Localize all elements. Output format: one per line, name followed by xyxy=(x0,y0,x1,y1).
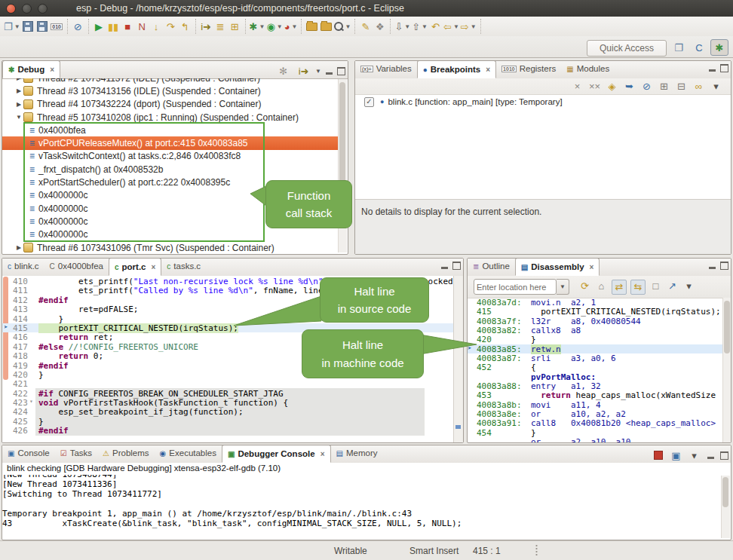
open-perspective-button[interactable]: ❐ xyxy=(670,39,688,56)
pin-view-icon[interactable]: ↗ xyxy=(666,280,679,293)
instruction-stepping-mode-icon[interactable]: i➜ xyxy=(200,20,213,33)
suspend-icon[interactable]: ▮▮ xyxy=(107,20,120,33)
open-resource-icon[interactable] xyxy=(320,20,333,33)
forward-icon[interactable]: ⇨▼ xyxy=(461,20,477,33)
dropdown-arrow-icon[interactable]: ▼ xyxy=(422,23,428,30)
skip-all-breakpoints-icon[interactable]: ⊘ xyxy=(72,20,84,33)
view-menu-icon[interactable]: ▼ xyxy=(315,68,321,75)
statusbar-drag-handle[interactable] xyxy=(535,544,538,556)
track-expression-icon[interactable]: ⇄ xyxy=(612,280,627,295)
next-annotation-icon[interactable]: ⇩▼ xyxy=(394,20,410,33)
thread-row[interactable]: ▼Thread #5 1073410208 (ipc1 : Running) (… xyxy=(2,111,339,124)
toggle-mark-occurrences-icon[interactable]: ✎ xyxy=(359,20,372,33)
tab-executables[interactable]: ◉Executables xyxy=(155,445,222,461)
tab-blink-c[interactable]: cblink.c xyxy=(2,258,44,274)
instruction-stepping-icon[interactable]: i➜ xyxy=(297,64,310,78)
thread-row[interactable]: ▶Thread #2 1073411372 (IDLE) (Suspended … xyxy=(2,78,339,84)
tab-tasks-c[interactable]: ctasks.c xyxy=(161,258,206,274)
stack-frame-row[interactable]: ≡0x4000bfea xyxy=(2,124,339,136)
ruler-annotation-mark[interactable] xyxy=(455,425,461,429)
display-selected-console-icon[interactable]: ▣ xyxy=(670,448,682,462)
console-scrollbar[interactable] xyxy=(721,476,730,538)
expand-icon[interactable]: ▶ xyxy=(14,244,23,251)
tab-problems[interactable]: ⚠Problems xyxy=(97,445,155,461)
window-maximize-button[interactable] xyxy=(38,4,48,14)
remove-all-breakpoints-icon[interactable]: ×× xyxy=(588,80,601,93)
location-dropdown-icon[interactable]: ▼ xyxy=(557,279,569,295)
stack-frame-row[interactable]: ≡vTaskSwitchContext() at tasks.c:2,846 0… xyxy=(2,150,339,163)
tab-debug[interactable]: ✱Debug× xyxy=(2,60,60,78)
expand-icon[interactable]: ▶ xyxy=(14,101,23,108)
dropdown-arrow-icon[interactable]: ▼ xyxy=(453,23,459,30)
disassembly-scrollbar[interactable] xyxy=(722,298,731,442)
stack-frame-row[interactable]: ≡0x4000000c xyxy=(2,228,339,241)
show-breakpoints-supported-icon[interactable]: ◈ xyxy=(606,80,618,93)
overview-ruler[interactable] xyxy=(453,276,463,442)
search-icon[interactable]: ▼ xyxy=(334,20,351,33)
maximize-icon[interactable] xyxy=(720,64,728,72)
tab-modules[interactable]: ▦Modules xyxy=(561,60,615,77)
collapse-all-icon[interactable]: ⊟ xyxy=(675,80,688,93)
window-minimize-button[interactable] xyxy=(22,4,32,14)
tab-outline[interactable]: ≣Outline xyxy=(468,258,515,274)
debug-icon[interactable]: ✱▼ xyxy=(250,20,265,33)
home-icon[interactable]: ⌂ xyxy=(595,280,608,293)
breakpoint-entry[interactable]: ✓ ● blink.c [function: app_main] [type: … xyxy=(355,96,563,108)
maximize-icon[interactable] xyxy=(720,451,728,460)
open-new-view-icon[interactable]: □ xyxy=(649,280,662,293)
console-output[interactable]: [New Thread 1073468744][New Thread 10734… xyxy=(2,475,722,539)
remove-selected-breakpoints-icon[interactable]: × xyxy=(571,80,584,93)
fold-marker-icon[interactable]: ▾ xyxy=(29,398,33,405)
resume-icon[interactable]: ▶ xyxy=(93,20,106,33)
step-into-icon[interactable]: ↓ xyxy=(150,20,163,33)
dropdown-arrow-icon[interactable]: ▼ xyxy=(345,23,351,30)
expand-icon[interactable]: ▶ xyxy=(14,87,23,94)
step-over-icon[interactable]: ↷ xyxy=(164,20,177,33)
tab-port-c[interactable]: cport.c× xyxy=(109,258,161,276)
dropdown-arrow-icon[interactable]: ▼ xyxy=(14,23,20,30)
annotations-icon[interactable]: ❖ xyxy=(373,20,386,33)
tab-registers[interactable]: 1010Registers xyxy=(496,60,561,77)
use-step-filters-icon[interactable]: ⊞ xyxy=(228,20,241,33)
dropdown-arrow-icon[interactable]: ▼ xyxy=(277,23,283,30)
stack-frame-row[interactable]: ≡_frxt_dispatch() at 0x4008532b xyxy=(2,163,339,176)
step-return-icon[interactable]: ↰ xyxy=(179,20,192,33)
binary-view-icon[interactable]: 010 xyxy=(51,20,63,33)
tab-close-icon[interactable]: × xyxy=(486,66,490,74)
link-with-debug-view-icon[interactable]: ∞ xyxy=(692,80,705,93)
sync-with-active-context-icon[interactable]: ⇆ xyxy=(630,280,646,295)
go-to-file-for-breakpoint-icon[interactable]: ➥ xyxy=(623,80,636,93)
tab-breakpoints[interactable]: ●Breakpoints× xyxy=(417,60,496,78)
tab-console[interactable]: ▣Console xyxy=(2,445,55,461)
last-edit-location-icon[interactable]: ↶ xyxy=(429,20,442,33)
save-icon[interactable] xyxy=(22,20,35,33)
window-close-button[interactable] xyxy=(6,4,16,14)
show-debug-elements-icon[interactable]: ≣ xyxy=(214,20,227,33)
console-menu-icon[interactable]: ▾ xyxy=(688,448,701,462)
tab-close-icon[interactable]: × xyxy=(320,450,325,458)
minimize-icon[interactable] xyxy=(707,457,714,459)
disconnect-icon[interactable]: N xyxy=(136,20,149,33)
expand-all-icon[interactable]: ⊞ xyxy=(658,80,670,93)
collapse-icon[interactable]: ▼ xyxy=(14,114,23,121)
maximize-icon[interactable] xyxy=(337,67,345,75)
remove-all-terminated-icon[interactable]: ✻ xyxy=(277,64,290,78)
terminate-icon[interactable]: ■ xyxy=(121,20,134,33)
debug-perspective-button[interactable]: ✱ xyxy=(710,39,728,56)
dropdown-arrow-icon[interactable]: ▼ xyxy=(259,23,265,30)
thread-row[interactable]: ▶Thread #3 1073413156 (IDLE) (Suspended … xyxy=(2,84,339,97)
tab-close-icon[interactable]: × xyxy=(50,66,54,74)
thread-row[interactable]: ▶Thread #4 1073432224 (dport) (Suspended… xyxy=(2,98,339,111)
view-menu-icon[interactable]: ▾ xyxy=(710,80,722,93)
tab-disassembly[interactable]: ▤Disassembly× xyxy=(515,258,600,276)
minimize-icon[interactable] xyxy=(709,267,716,269)
breakpoint-checkbox[interactable]: ✓ xyxy=(364,97,374,107)
quick-access-button[interactable]: Quick Access xyxy=(587,40,667,57)
tab-debugger-console[interactable]: ▣Debugger Console× xyxy=(222,445,331,463)
dropdown-arrow-icon[interactable]: ▼ xyxy=(471,23,477,30)
save-all-icon[interactable] xyxy=(36,20,49,33)
new-wizard-icon[interactable]: ❐▼ xyxy=(4,20,20,33)
terminate-icon[interactable] xyxy=(654,451,663,460)
view-menu-icon[interactable]: ▾ xyxy=(682,280,695,293)
thread-row[interactable]: ▶Thread #6 1073431096 (Tmr Svc) (Suspend… xyxy=(2,241,339,254)
